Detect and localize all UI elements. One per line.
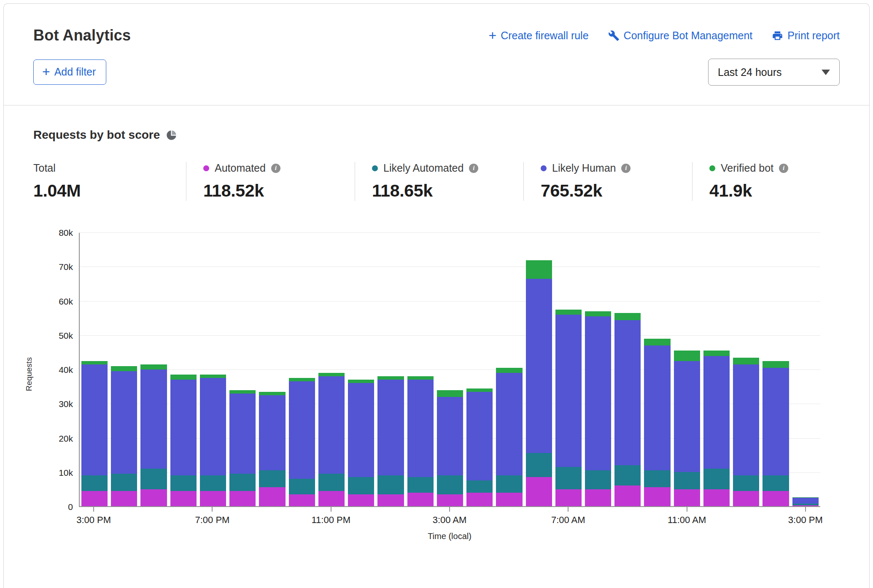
bar-0[interactable] [81,233,108,506]
bar-segment-likely-automated [200,475,226,491]
bar-segment-verified-bot [407,376,434,380]
bar-6[interactable] [259,233,285,506]
time-range-select[interactable]: Last 24 hours [708,59,840,86]
bar-segment-likely-automated [614,465,641,486]
bar-segment-automated [259,487,285,506]
bar-16[interactable] [555,233,582,506]
bar-segment-verified-bot [674,351,700,361]
bar-segment-verified-bot [526,260,552,279]
bar-8[interactable] [318,233,345,506]
y-axis-labels: 010k20k30k40k50k60k70k80k [4,233,73,507]
configure-bot-management-link[interactable]: Configure Bot Management [608,30,753,42]
bar-segment-automated [733,491,759,506]
bar-segment-automated [229,491,256,506]
bar-segment-likely-automated [437,475,463,494]
bar-segment-verified-bot [377,376,404,380]
bar-segment-likely-automated [318,474,345,491]
bar-9[interactable] [348,233,374,506]
bar-segment-likely-human [644,345,670,470]
x-axis-title: Time (local) [428,531,472,541]
bar-segment-likely-human [111,371,137,474]
bar-segment-verified-bot [81,361,108,364]
header-actions: + Create firewall rule Configure Bot Man… [488,29,840,42]
bar-segment-automated [496,493,522,506]
bar-segment-automated [792,505,819,506]
add-filter-button[interactable]: + Add filter [33,59,106,85]
create-firewall-rule-label: Create firewall rule [501,30,588,42]
stat-verified-bot-label: Verified bot [721,162,773,174]
stat-verified-bot: Verified bot i 41.9k [692,162,803,201]
bar-segment-automated [585,489,611,507]
x-tick-label: 11:00 PM [311,515,350,526]
bar-14[interactable] [496,233,522,506]
bar-5[interactable] [229,233,256,506]
bar-segment-verified-bot [289,378,315,381]
bar-22[interactable] [733,233,759,506]
print-report-link[interactable]: Print report [772,30,840,42]
info-icon[interactable]: i [271,164,280,173]
bar-segment-verified-bot [763,361,789,368]
x-tick-label: 7:00 AM [551,515,585,526]
bar-20[interactable] [674,233,700,506]
requests-chart: Requests 010k20k30k40k50k60k70k80k 3:00 … [4,224,869,553]
bar-segment-likely-automated [644,470,670,488]
bar-1[interactable] [111,233,137,506]
bar-11[interactable] [407,233,434,506]
configure-bot-management-label: Configure Bot Management [624,30,753,42]
bar-17[interactable] [585,233,611,506]
bar-segment-likely-automated [466,480,493,492]
bar-segment-verified-bot [585,311,611,316]
y-tick-label: 30k [4,399,73,409]
bar-segment-verified-bot [733,358,759,364]
bar-segment-likely-human [437,397,463,475]
section-title: Requests by bot score [33,128,160,142]
bar-23[interactable] [763,233,789,506]
y-tick-label: 40k [4,365,73,375]
plot-wrap [79,233,820,507]
info-icon[interactable]: i [621,164,630,173]
bar-segment-likely-automated [555,467,582,489]
y-tick-label: 0 [4,502,73,512]
bar-4[interactable] [200,233,226,506]
printer-icon [772,30,783,41]
bar-2[interactable] [140,233,167,506]
bar-segment-verified-bot [140,364,167,370]
x-tick-mark [212,507,213,512]
chevron-down-icon [822,70,830,75]
bar-18[interactable] [614,233,641,506]
bar-10[interactable] [377,233,404,506]
bar-segment-automated [437,494,463,506]
bar-segment-likely-human [526,279,552,453]
bar-21[interactable] [703,233,730,506]
bar-segment-automated [763,491,789,506]
info-icon[interactable]: i [469,164,478,173]
bar-segment-verified-bot [703,351,730,356]
y-tick-label: 60k [4,297,73,307]
stat-total: Total 1.04M [33,162,186,201]
bar-segment-verified-bot [200,375,226,378]
bar-segment-automated [140,489,167,507]
bar-3[interactable] [170,233,197,506]
bar-segment-likely-automated [81,475,108,491]
y-tick-label: 20k [4,434,73,444]
x-tick-mark [568,507,569,512]
stat-likely-automated: Likely Automated i 118.65k [355,162,523,201]
x-tick-mark [93,507,94,512]
bar-segment-likely-human [555,315,582,467]
bar-12[interactable] [437,233,463,506]
bar-segment-automated [377,494,404,506]
create-firewall-rule-link[interactable]: + Create firewall rule [488,29,588,42]
bar-segment-verified-bot [111,366,137,371]
bar-24[interactable] [792,233,819,506]
stat-automated: Automated i 118.52k [186,162,355,201]
bar-7[interactable] [289,233,315,506]
bar-segment-likely-human [703,356,730,469]
info-icon[interactable]: i [779,164,788,173]
bar-segment-automated [674,489,700,507]
bar-13[interactable] [466,233,493,506]
bar-19[interactable] [644,233,670,506]
bar-segment-likely-automated [170,475,197,491]
stat-automated-label: Automated [215,162,266,174]
bar-15[interactable] [526,233,552,506]
bar-segment-verified-bot [318,373,345,376]
